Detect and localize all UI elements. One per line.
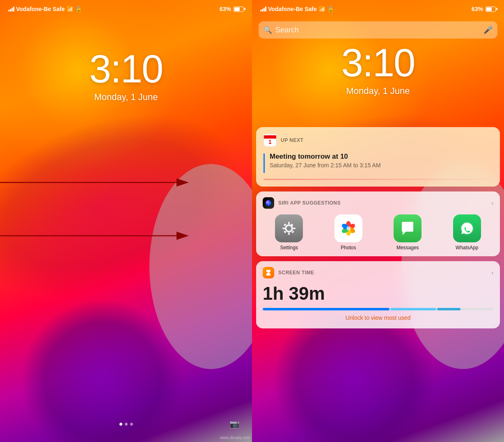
watermark: www.deuaq.com (220, 435, 250, 440)
settings-app-icon (275, 214, 303, 242)
search-placeholder: Search (275, 26, 483, 34)
siri-header: SIRI APP SUGGESTIONS › (263, 197, 493, 209)
right-battery-body (486, 7, 496, 12)
svg-rect-9 (282, 228, 285, 229)
search-bar[interactable]: 🔍 Search 🎤 (259, 21, 497, 39)
svg-rect-8 (288, 232, 290, 235)
signal-bar-3 (263, 8, 265, 11)
whatsapp-app-name: WhatsApp (456, 245, 478, 251)
event-title: Meeting tomorrow at 10 (270, 153, 381, 161)
battery-body (234, 7, 244, 12)
left-clock-date: Monday, 1 June (0, 92, 252, 103)
svg-point-6 (286, 226, 291, 231)
upnext-label: UP NEXT (281, 137, 303, 143)
signal-bar-4 (265, 7, 266, 11)
settings-app-name: Settings (280, 245, 298, 251)
screentime-header: SCREEN TIME › (263, 267, 493, 278)
right-status-right: 63% (472, 6, 496, 12)
event-stripe (263, 153, 265, 173)
signal-bar-4 (13, 7, 14, 11)
screentime-chevron-icon: › (491, 269, 493, 276)
photos-pinwheel-icon (339, 219, 357, 237)
app-item-messages[interactable]: Messages (394, 214, 422, 251)
right-phone: Vodafone-Be Safe 📶 🔒 63% 🔍 Search 🎤 3:10… (252, 0, 504, 442)
siri-header-left: SIRI APP SUGGESTIONS (263, 197, 341, 209)
whatsapp-app-icon (453, 214, 481, 242)
svg-point-21 (346, 226, 351, 230)
signal-bar-2 (262, 9, 263, 11)
siri-sparkle-icon (265, 199, 272, 207)
svg-marker-1 (176, 178, 189, 187)
svg-rect-10 (293, 228, 296, 229)
messages-app-name: Messages (396, 245, 419, 251)
dot-2 (125, 423, 128, 426)
right-battery-percent: 63% (472, 6, 483, 12)
dot-1 (119, 423, 122, 426)
screentime-bar-seg1 (263, 308, 389, 310)
app-item-photos[interactable]: Photos (334, 214, 362, 251)
status-left: Vodafone-Be Safe 📶 🔒 (8, 6, 82, 12)
screentime-bar-seg3 (437, 308, 460, 310)
left-clock-area: 3:10 Monday, 1 June (0, 49, 252, 103)
left-phone: Vodafone-Be Safe 📶 🔒 63% 3:10 Monday, 1 … (0, 0, 252, 442)
whatsapp-phone-icon (458, 219, 476, 237)
battery-icon (234, 7, 244, 12)
widget-screentime[interactable]: SCREEN TIME › 1h 39m Unlock to view most… (256, 261, 500, 328)
signal-bar-3 (11, 8, 13, 11)
screentime-unlock-text: Unlock to view most used (263, 314, 493, 321)
right-lock-icon: 🔒 (327, 6, 334, 12)
left-clock-time: 3:10 (0, 49, 252, 89)
photos-app-icon (334, 214, 362, 242)
upnext-header: 1 UP NEXT (263, 134, 493, 147)
right-status-bar: Vodafone-Be Safe 📶 🔒 63% (252, 0, 504, 18)
settings-gear-icon (280, 219, 298, 237)
signal-bar-1 (8, 10, 9, 11)
widget-siri[interactable]: SIRI APP SUGGESTIONS › (256, 191, 500, 256)
screentime-hourglass-icon (263, 267, 274, 278)
dot-3 (130, 423, 133, 426)
siri-label: SIRI APP SUGGESTIONS (278, 200, 341, 206)
svg-rect-7 (288, 222, 290, 224)
battery-percent: 63% (220, 6, 231, 12)
messages-bubble-icon (399, 219, 417, 237)
app-item-settings[interactable]: Settings (275, 214, 303, 251)
screentime-bar-seg2 (390, 308, 436, 310)
right-battery-icon (486, 7, 496, 12)
hourglass-svg (265, 269, 272, 276)
right-clock-date: Monday, 1 June (252, 86, 504, 96)
arrow-bottom (0, 230, 252, 242)
app-item-whatsapp[interactable]: WhatsApp (453, 214, 481, 251)
screentime-header-left: SCREEN TIME (263, 267, 314, 278)
messages-app-icon (394, 214, 422, 242)
arrow-bottom-svg (0, 230, 189, 242)
right-clock-time: 3:10 (252, 43, 504, 82)
event-details: Meeting tomorrow at 10 Saturday, 27 June… (270, 153, 381, 169)
search-icon: 🔍 (263, 26, 272, 34)
right-battery-fill (486, 7, 492, 11)
siri-icon (263, 197, 274, 209)
right-signal-icon (260, 7, 266, 11)
widgets-container: 1 UP NEXT Meeting tomorrow at 10 Saturda… (256, 127, 500, 328)
widget-upnext[interactable]: 1 UP NEXT Meeting tomorrow at 10 Saturda… (256, 127, 500, 187)
arrow-top (0, 176, 252, 189)
event-time: Saturday, 27 June from 2:15 AM to 3:15 A… (270, 162, 381, 169)
app-grid: Settings (263, 214, 493, 251)
right-carrier-label: Vodafone-Be Safe (268, 6, 317, 12)
left-status-bar: Vodafone-Be Safe 📶 🔒 63% (0, 0, 252, 18)
photos-app-name: Photos (341, 245, 356, 251)
screentime-time-display: 1h 39m (263, 283, 493, 304)
signal-bar-2 (10, 9, 11, 11)
svg-marker-3 (176, 232, 189, 240)
wifi-icon: 📶 (66, 6, 73, 12)
camera-icon: 📷 (229, 419, 240, 429)
right-status-left: Vodafone-Be Safe 📶 🔒 (260, 6, 334, 12)
battery-fill (234, 7, 240, 11)
calendar-icon: 1 (263, 134, 277, 147)
mic-icon: 🎤 (483, 25, 493, 34)
status-right: 63% (220, 6, 244, 12)
siri-chevron-icon: › (491, 200, 493, 206)
right-clock-area: 3:10 Monday, 1 June (252, 43, 504, 96)
cal-top (264, 135, 276, 139)
right-wifi-icon: 📶 (318, 6, 325, 12)
arrow-top-svg (0, 176, 189, 189)
